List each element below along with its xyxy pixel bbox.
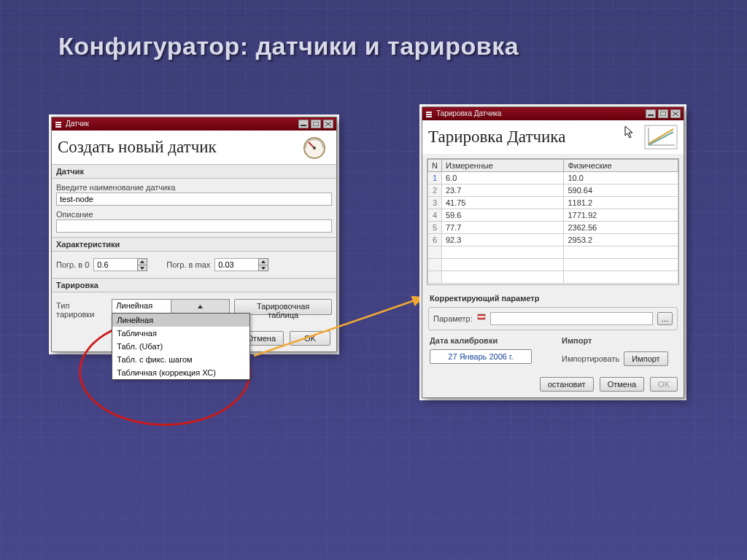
table-row[interactable] <box>428 271 678 284</box>
svg-rect-20 <box>660 112 666 116</box>
spin-up-icon[interactable] <box>137 258 147 265</box>
desc-input[interactable] <box>56 219 332 233</box>
import-button[interactable]: Импорт <box>624 351 667 366</box>
col-n[interactable]: N <box>428 160 442 172</box>
param-flag-icon <box>477 314 486 324</box>
maximize-button[interactable] <box>311 120 321 128</box>
browse-button[interactable]: ... <box>657 312 673 325</box>
svg-rect-30 <box>478 318 485 319</box>
cell-n: 3 <box>428 197 442 209</box>
cell-physical[interactable]: 1771.92 <box>564 209 678 222</box>
cell-physical[interactable]: 2953.2 <box>564 234 678 246</box>
svg-rect-3 <box>301 125 306 126</box>
cell-n: 1 <box>428 172 442 184</box>
cal-option[interactable]: Табл. с фикс. шагом <box>112 353 249 366</box>
svg-rect-18 <box>426 116 432 117</box>
svg-point-8 <box>313 147 316 149</box>
param-input[interactable] <box>490 312 653 325</box>
err0-stepper[interactable] <box>93 258 147 271</box>
cell-measured[interactable]: 92.3 <box>441 234 563 246</box>
titlebar[interactable]: Тарировка Датчика <box>422 107 684 120</box>
window-title: Датчик <box>66 117 89 131</box>
ok-button[interactable]: OK <box>290 331 330 346</box>
svg-marker-12 <box>261 267 266 270</box>
cell-physical[interactable]: 10.0 <box>564 172 678 184</box>
close-button[interactable] <box>670 109 681 118</box>
maximize-button[interactable] <box>658 109 668 118</box>
table-row[interactable] <box>428 259 678 271</box>
svg-marker-10 <box>140 267 144 270</box>
minimize-button[interactable] <box>298 120 309 128</box>
desc-label: Описание <box>56 210 332 219</box>
cal-type-dropdown[interactable]: Линейная Табличная Табл. (Uбат) Табл. с … <box>112 313 250 380</box>
svg-marker-9 <box>140 260 144 263</box>
calibration-table[interactable]: N Измеренные Физические 16.010.0223.7590… <box>427 158 679 285</box>
group-characteristics: Характеристики <box>52 237 336 252</box>
svg-marker-11 <box>261 260 266 263</box>
cancel-button[interactable]: Отмена <box>600 377 644 392</box>
svg-rect-19 <box>648 114 654 116</box>
errmax-stepper[interactable] <box>214 258 268 271</box>
cal-option[interactable]: Табличная <box>112 327 249 340</box>
svg-rect-29 <box>478 314 485 316</box>
cell-n: 4 <box>428 209 442 222</box>
cell-measured[interactable]: 41.75 <box>441 197 563 209</box>
errmax-input[interactable] <box>214 258 258 271</box>
errmax-label: Погр. в max <box>166 260 210 269</box>
name-input[interactable] <box>56 192 332 206</box>
cell-physical[interactable]: 2362.56 <box>564 222 678 234</box>
cursor-icon <box>624 125 635 139</box>
table-row[interactable]: 692.32953.2 <box>428 234 678 246</box>
cal-type-select[interactable]: Линейная Линейная Табличная Табл. (Uбат)… <box>112 299 230 314</box>
cell-measured[interactable]: 59.6 <box>441 209 563 222</box>
titlebar[interactable]: Датчик <box>52 117 336 131</box>
svg-rect-4 <box>313 122 319 126</box>
cell-measured[interactable]: 23.7 <box>441 184 563 197</box>
restore-button[interactable]: остановит <box>540 377 594 392</box>
import-label: Импортировать <box>562 354 619 363</box>
cell-n: 2 <box>428 184 442 197</box>
window-title: Тарировка Датчика <box>436 107 501 120</box>
svg-rect-0 <box>55 122 61 123</box>
cal-option[interactable]: Табл. (Uбат) <box>112 340 249 353</box>
table-row[interactable] <box>428 246 678 259</box>
cell-measured[interactable]: 77.7 <box>441 222 563 234</box>
close-button[interactable] <box>323 120 333 128</box>
spin-down-icon[interactable] <box>137 265 147 271</box>
cell-physical[interactable]: 590.64 <box>564 184 678 197</box>
cal-option[interactable]: Табличная (коррекция ХС) <box>112 366 249 379</box>
slide-title: Конфигуратор: датчики и тарировка <box>58 32 519 61</box>
date-head: Дата калибровки <box>430 336 544 345</box>
cell-physical[interactable]: 1181.2 <box>564 197 678 209</box>
group-sensor: Датчик <box>52 164 336 179</box>
table-row[interactable]: 16.010.0 <box>428 172 678 184</box>
app-icon <box>55 120 62 128</box>
chevron-up-icon[interactable] <box>171 300 230 313</box>
table-row[interactable]: 459.61771.92 <box>428 209 678 222</box>
cell-n: 5 <box>428 222 442 234</box>
calibration-window: Тарировка Датчика Тарировка Датчика N Из… <box>422 106 684 398</box>
ok-button[interactable]: OK <box>650 377 678 392</box>
spin-down-icon[interactable] <box>258 265 268 271</box>
sensor-window: Датчик Создать новый датчик Датчик Введи… <box>51 117 337 352</box>
svg-marker-13 <box>198 305 203 308</box>
err0-input[interactable] <box>93 258 137 271</box>
spin-up-icon[interactable] <box>258 258 268 265</box>
cell-measured[interactable]: 6.0 <box>441 172 563 184</box>
col-physical[interactable]: Физические <box>564 160 678 172</box>
date-picker[interactable]: 27 Январь 2006 г. <box>430 349 532 364</box>
svg-rect-16 <box>426 112 432 113</box>
cal-option[interactable]: Линейная <box>112 314 249 327</box>
table-row[interactable]: 223.7590.64 <box>428 184 678 197</box>
table-row[interactable]: 577.72362.56 <box>428 222 678 234</box>
page-heading: Тарировка Датчика <box>428 128 565 147</box>
app-icon <box>425 110 433 117</box>
col-measured[interactable]: Измеренные <box>441 160 563 172</box>
param-label: Параметр: <box>433 314 473 323</box>
svg-rect-1 <box>55 124 61 125</box>
cal-type-value: Линейная <box>112 300 171 313</box>
minimize-button[interactable] <box>646 109 656 118</box>
table-row[interactable]: 341.751181.2 <box>428 197 678 209</box>
page-heading: Создать новый датчик <box>58 138 217 157</box>
err0-label: Погр. в 0 <box>56 260 89 269</box>
